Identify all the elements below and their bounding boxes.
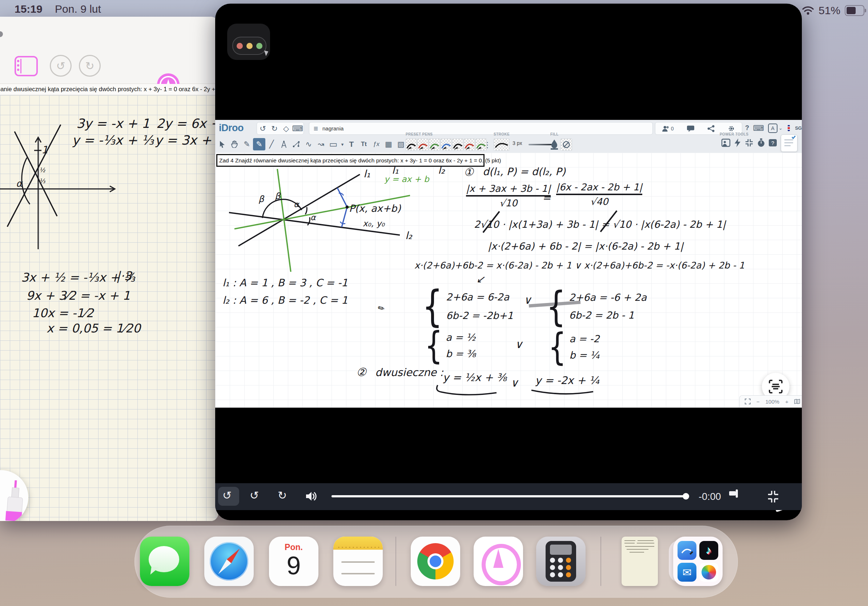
collapse-icon[interactable] xyxy=(744,138,754,147)
dock-separator-recents xyxy=(600,536,601,586)
share-icon[interactable] xyxy=(707,125,715,132)
marker-tool[interactable]: ✎ xyxy=(240,138,253,150)
undo-button[interactable]: ↺ xyxy=(50,55,71,77)
dock-app-chrome[interactable] xyxy=(411,536,460,586)
lang-code: SG xyxy=(795,125,802,131)
zoom-level[interactable]: 100% xyxy=(766,399,779,405)
fill-color-icon[interactable] xyxy=(550,138,559,150)
redo-button[interactable]: ↻ xyxy=(79,55,101,77)
shape-library-icon[interactable]: ◇ xyxy=(281,122,291,135)
presenter-icon[interactable] xyxy=(721,138,731,147)
language-menu[interactable]: A ⌄ xyxy=(768,124,783,133)
power-tools-label: POWER TOOLS xyxy=(720,132,749,136)
image-tool[interactable]: ▧ xyxy=(395,138,407,150)
notes-toolbar: ↺ ↻ xyxy=(0,17,218,84)
connector-tool[interactable] xyxy=(290,138,302,150)
notebook-panel-icon[interactable] xyxy=(781,134,797,152)
safari-compass-icon xyxy=(210,542,248,581)
collaborators-count: 0 xyxy=(671,126,674,131)
preset-pen[interactable] xyxy=(440,138,452,151)
stroke-label: STROKE xyxy=(494,132,510,136)
volume-button[interactable] xyxy=(305,490,318,502)
idroo-logo: iDroo xyxy=(219,122,243,134)
hotkeys-icon[interactable]: ⌨ xyxy=(754,122,763,134)
menu-icon[interactable]: ≡ xyxy=(309,122,322,135)
line-tool[interactable]: ╱ xyxy=(265,138,278,150)
stroke-width-preview[interactable] xyxy=(529,144,552,145)
undo-icon[interactable]: ↺ xyxy=(258,122,268,135)
recent-document-thumbnail[interactable] xyxy=(622,536,658,586)
dock-app-drawing[interactable] xyxy=(474,536,523,586)
curve-tool[interactable]: ∿ xyxy=(302,138,315,150)
formula-tool[interactable]: ƒx xyxy=(370,138,382,150)
users-icon xyxy=(662,125,670,132)
text-tool[interactable]: T xyxy=(345,138,358,150)
fit-screen-icon[interactable] xyxy=(745,399,750,404)
dock-app-calculator[interactable] xyxy=(536,536,586,586)
pen-tool-selected[interactable]: ✎ xyxy=(253,138,265,150)
shape-dropdown-icon[interactable]: ▾ xyxy=(339,138,345,150)
pan-tool[interactable] xyxy=(228,138,240,150)
compass-tool[interactable] xyxy=(278,138,290,150)
minimize-window-icon[interactable] xyxy=(246,43,253,49)
shape-tool[interactable]: ▭ xyxy=(327,138,339,150)
chart-tool[interactable]: ▦ xyxy=(382,138,395,150)
exit-fullscreen-button[interactable] xyxy=(766,490,780,504)
preset-pen[interactable] xyxy=(406,138,417,151)
redo-icon[interactable]: ↻ xyxy=(270,122,279,135)
or-symbol-2: ∨ xyxy=(515,338,523,351)
sidebar-toggle-button[interactable] xyxy=(14,56,38,76)
quiz-icon[interactable]: ? xyxy=(769,138,777,147)
collaborators-button[interactable]: 0 xyxy=(662,125,674,132)
keyboard-icon[interactable]: ⌨ xyxy=(293,122,302,135)
calendar-weekday: Pon. xyxy=(269,543,318,552)
dock-app-messages[interactable] xyxy=(140,536,189,586)
zoom-window-icon[interactable] xyxy=(256,43,262,49)
recent-app-pair[interactable]: ♪ ✉ xyxy=(673,536,722,586)
gear-icon[interactable] xyxy=(727,125,735,133)
preset-pen[interactable] xyxy=(464,138,475,151)
system-3: { a = ½ b = ⅜ xyxy=(422,323,476,368)
dock-app-notes[interactable] xyxy=(333,536,383,586)
preset-pen[interactable] xyxy=(417,138,429,151)
dock-app-calendar[interactable]: Pon. 9 xyxy=(269,536,318,586)
rich-text-tool[interactable]: Tt xyxy=(358,138,370,150)
auto-language-icon: A xyxy=(768,124,778,133)
rewind-button[interactable]: ↺ xyxy=(250,489,259,502)
preset-pen[interactable] xyxy=(452,138,463,151)
chat-icon[interactable] xyxy=(687,125,694,132)
select-tool[interactable] xyxy=(216,138,228,150)
preset-pen[interactable] xyxy=(429,138,440,151)
close-window-icon[interactable] xyxy=(237,43,243,49)
progress-knob[interactable] xyxy=(683,493,689,499)
notes-paper[interactable]: 3y = -x + 1 y = -⅓x + ⅓ 2y = 6x + 1 y = … xyxy=(0,95,218,521)
traffic-lights[interactable] xyxy=(232,37,267,55)
stroke-style-swatch[interactable] xyxy=(494,138,510,151)
pip-button[interactable] xyxy=(736,489,738,498)
quick-actions-icon[interactable] xyxy=(733,138,741,147)
forward-button[interactable]: ↻ xyxy=(278,489,287,502)
fraction-equals: = xyxy=(542,192,551,204)
restart-button[interactable]: ↺ xyxy=(222,489,231,502)
board-name-bar[interactable]: ≡ nagrania xyxy=(309,122,653,135)
minimap-icon[interactable] xyxy=(794,399,800,404)
arrow-tool[interactable]: ↝ xyxy=(315,138,327,150)
no-fill-icon[interactable] xyxy=(561,138,572,151)
cursor-icon xyxy=(219,141,225,148)
idroo-toolbar: ✎ ✎ ╱ ∿ ↝ ▭ ▾ T Tt ƒx ▦ xyxy=(215,137,802,153)
more-pens-icon[interactable]: ⋮ xyxy=(485,139,490,151)
zoom-in-icon[interactable]: + xyxy=(785,399,788,405)
stroke-size[interactable]: 3 px xyxy=(513,140,522,146)
hw-eq2a: 2y = 6x + 1 xyxy=(156,116,218,131)
progress-bar[interactable] xyxy=(332,495,688,497)
dock-app-safari[interactable] xyxy=(204,536,254,586)
or-symbol-3: ∨ xyxy=(510,376,518,389)
system-4: { a = -2 b = ¼ xyxy=(545,325,599,369)
tool-strip: ✎ ✎ ╱ ∿ ↝ ▭ ▾ T Tt ƒx ▦ xyxy=(216,138,424,150)
window-controls-tile[interactable] xyxy=(227,24,270,60)
mini-mail-icon: ✉ xyxy=(677,563,696,582)
zoom-out-icon[interactable]: − xyxy=(756,399,760,405)
timer-icon[interactable] xyxy=(757,138,766,147)
uk-flag-icon[interactable] xyxy=(788,125,790,131)
system-2: { 2+6a = -6 + 2a 6b-2 = 2b - 1 xyxy=(543,283,646,330)
